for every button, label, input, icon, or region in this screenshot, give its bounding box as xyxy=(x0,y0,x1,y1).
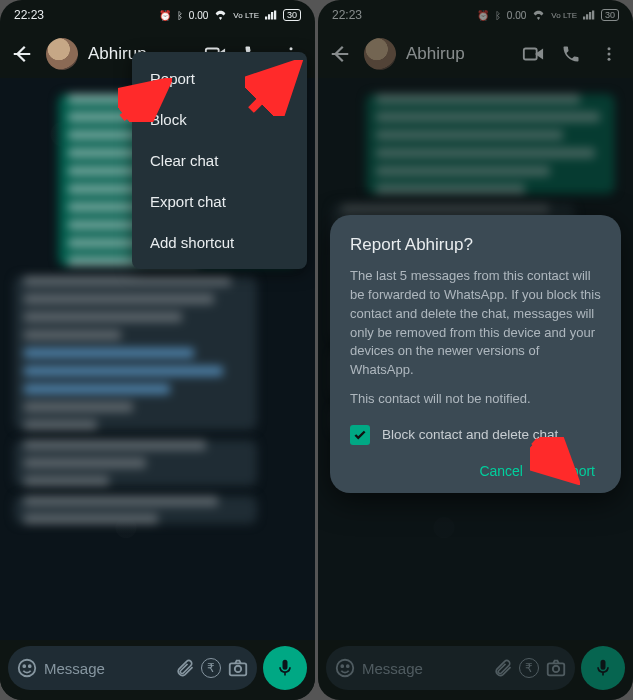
svg-rect-15 xyxy=(589,12,591,20)
checkbox-icon[interactable] xyxy=(350,425,370,445)
sim-label: Vo LTE xyxy=(233,11,259,20)
message-input-row: Message ₹ xyxy=(318,640,633,700)
dialog-body-2: This contact will not be notified. xyxy=(350,390,601,409)
rupee-icon[interactable]: ₹ xyxy=(519,658,539,678)
message-in[interactable] xyxy=(14,440,257,486)
status-time: 22:23 xyxy=(332,8,362,22)
mic-button[interactable] xyxy=(581,646,625,690)
wifi-icon xyxy=(214,10,227,20)
dialog-body: The last 5 messages from this contact wi… xyxy=(350,267,601,380)
dialog-checkbox-row[interactable]: Block contact and delete chat xyxy=(350,425,601,445)
status-bar: 22:23 ⏰ ᛒ 0.00 Vo LTE 30 xyxy=(0,0,315,30)
phone-right: 22:23 ⏰ ᛒ 0.00 Vo LTE 30 Abhirup xyxy=(318,0,633,700)
svg-point-12 xyxy=(235,666,241,672)
svg-rect-2 xyxy=(271,12,273,20)
back-button[interactable] xyxy=(326,40,354,68)
message-in[interactable] xyxy=(14,496,257,524)
svg-rect-0 xyxy=(265,17,267,20)
camera-icon[interactable] xyxy=(227,657,249,679)
status-indicators: ⏰ ᛒ 0.00 Vo LTE 30 xyxy=(477,9,619,21)
rupee-icon[interactable]: ₹ xyxy=(201,658,221,678)
alarm-icon: ⏰ xyxy=(159,10,171,21)
status-bar: 22:23 ⏰ ᛒ 0.00 Vo LTE 30 xyxy=(318,0,633,30)
svg-point-18 xyxy=(608,47,611,50)
net-speed: 0.00 xyxy=(189,10,208,21)
svg-point-10 xyxy=(29,665,31,667)
avatar[interactable] xyxy=(46,38,78,70)
menu-add-shortcut[interactable]: Add shortcut xyxy=(132,222,307,263)
svg-rect-13 xyxy=(583,17,585,20)
report-dialog: Report Abhirup? The last 5 messages from… xyxy=(330,215,621,493)
overflow-menu: Report Block Clear chat Export chat Add … xyxy=(132,52,307,269)
message-out[interactable] xyxy=(366,94,615,194)
phone-left: 22:23 ⏰ ᛒ 0.00 Vo LTE 30 Abhirup xyxy=(0,0,315,700)
emoji-icon[interactable] xyxy=(16,657,38,679)
svg-rect-14 xyxy=(586,14,588,19)
status-indicators: ⏰ ᛒ 0.00 Vo LTE 30 xyxy=(159,9,301,21)
svg-rect-1 xyxy=(268,14,270,19)
svg-point-25 xyxy=(553,666,559,672)
svg-point-9 xyxy=(23,665,25,667)
camera-icon[interactable] xyxy=(545,657,567,679)
svg-point-5 xyxy=(290,47,293,50)
attach-icon[interactable] xyxy=(493,658,513,678)
report-button[interactable]: Report xyxy=(553,463,595,479)
svg-rect-3 xyxy=(274,11,276,20)
message-input[interactable]: Message ₹ xyxy=(326,646,575,690)
status-time: 22:23 xyxy=(14,8,44,22)
cancel-button[interactable]: Cancel xyxy=(479,463,523,479)
menu-report[interactable]: Report xyxy=(132,58,307,99)
net-speed: 0.00 xyxy=(507,10,526,21)
bluetooth-icon: ᛒ xyxy=(177,10,183,21)
back-button[interactable] xyxy=(8,40,36,68)
message-input-row: Message ₹ xyxy=(0,640,315,700)
svg-point-22 xyxy=(341,665,343,667)
input-placeholder: Message xyxy=(44,660,169,677)
dialog-title: Report Abhirup? xyxy=(350,235,601,255)
svg-rect-17 xyxy=(524,49,537,60)
menu-clear-chat[interactable]: Clear chat xyxy=(132,140,307,181)
dialog-actions: Cancel Report xyxy=(350,463,601,479)
input-placeholder: Message xyxy=(362,660,487,677)
menu-export-chat[interactable]: Export chat xyxy=(132,181,307,222)
voice-call-button[interactable] xyxy=(557,40,585,68)
battery-icon: 30 xyxy=(601,9,619,21)
alarm-icon: ⏰ xyxy=(477,10,489,21)
svg-rect-16 xyxy=(592,11,594,20)
contact-name[interactable]: Abhirup xyxy=(406,44,509,64)
battery-icon: 30 xyxy=(283,9,301,21)
checkbox-label: Block contact and delete chat xyxy=(382,427,558,442)
message-in[interactable] xyxy=(14,276,257,430)
emoji-icon[interactable] xyxy=(334,657,356,679)
attach-icon[interactable] xyxy=(175,658,195,678)
sim-label: Vo LTE xyxy=(551,11,577,20)
avatar[interactable] xyxy=(364,38,396,70)
svg-point-20 xyxy=(608,58,611,61)
svg-point-21 xyxy=(337,660,354,677)
svg-point-23 xyxy=(347,665,349,667)
signal-icon xyxy=(265,10,277,20)
chat-header: Abhirup xyxy=(318,30,633,78)
bluetooth-icon: ᛒ xyxy=(495,10,501,21)
message-input[interactable]: Message ₹ xyxy=(8,646,257,690)
video-call-button[interactable] xyxy=(519,40,547,68)
svg-point-19 xyxy=(608,53,611,56)
mic-button[interactable] xyxy=(263,646,307,690)
overflow-button[interactable] xyxy=(595,40,623,68)
svg-point-8 xyxy=(19,660,36,677)
wifi-icon xyxy=(532,10,545,20)
menu-block[interactable]: Block xyxy=(132,99,307,140)
signal-icon xyxy=(583,10,595,20)
